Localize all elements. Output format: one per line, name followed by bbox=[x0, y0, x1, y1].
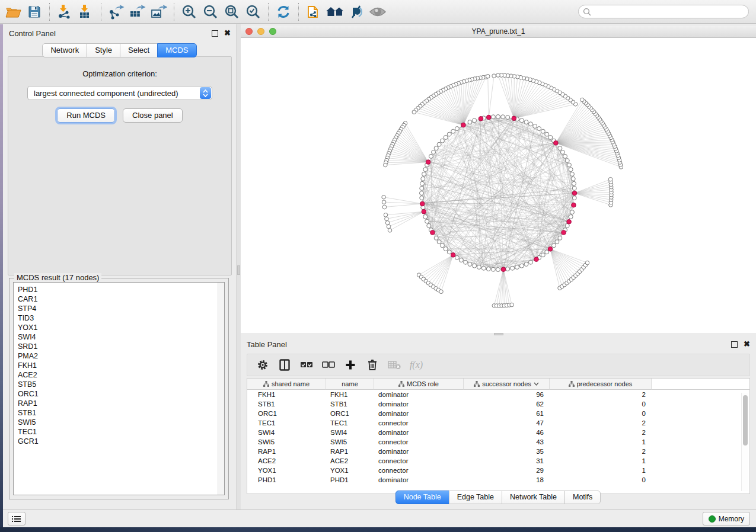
table-mode-button[interactable] bbox=[8, 512, 25, 525]
network-node[interactable] bbox=[548, 135, 553, 139]
criterion-select[interactable]: largest connected component (undirected) bbox=[27, 86, 212, 100]
tab-style[interactable]: Style bbox=[87, 43, 120, 57]
run-mcds-button[interactable]: Run MCDS bbox=[57, 108, 115, 123]
network-node[interactable] bbox=[468, 262, 472, 266]
leaf-node[interactable] bbox=[608, 177, 613, 181]
network-node[interactable] bbox=[541, 253, 545, 257]
home-button[interactable] bbox=[326, 2, 344, 21]
list-item[interactable]: TID3 bbox=[18, 313, 224, 323]
network-node[interactable] bbox=[486, 267, 490, 271]
search-field[interactable] bbox=[578, 5, 749, 18]
network-node[interactable] bbox=[496, 268, 500, 272]
mcds-dominator-node[interactable] bbox=[512, 116, 516, 121]
network-node[interactable] bbox=[440, 139, 444, 143]
table-row[interactable]: ORC1ORC1dominator610 bbox=[247, 409, 749, 418]
network-node[interactable] bbox=[571, 177, 575, 181]
result-list-scrollbar[interactable] bbox=[218, 283, 224, 495]
leaf-node[interactable] bbox=[387, 225, 391, 229]
network-node[interactable] bbox=[570, 210, 574, 214]
tab-edge-table[interactable]: Edge Table bbox=[449, 491, 502, 504]
list-item[interactable]: FKH1 bbox=[18, 361, 224, 370]
network-node[interactable] bbox=[491, 267, 495, 271]
leaf-node[interactable] bbox=[492, 74, 496, 78]
network-node[interactable] bbox=[464, 260, 468, 264]
network-node[interactable] bbox=[447, 250, 451, 254]
table-row[interactable]: FKH1FKH1dominator962 bbox=[247, 390, 749, 399]
list-item[interactable]: ACE2 bbox=[18, 370, 224, 380]
table-settings-button[interactable] bbox=[254, 357, 271, 373]
window-close-button[interactable] bbox=[245, 28, 253, 35]
list-item[interactable]: PMA2 bbox=[18, 351, 224, 361]
float-panel-icon[interactable] bbox=[212, 30, 218, 37]
list-item[interactable]: TEC1 bbox=[18, 427, 224, 437]
network-node[interactable] bbox=[519, 264, 524, 268]
column-successor-nodes[interactable]: successor nodes bbox=[464, 379, 550, 390]
network-node[interactable] bbox=[459, 258, 463, 262]
mcds-result-list[interactable]: PHD1CAR1STP4TID3YOX1SWI4SRD1PMA2FKH1ACE2… bbox=[13, 282, 225, 495]
table-row[interactable]: STB1STB1dominator620 bbox=[247, 399, 749, 409]
mcds-dominator-node[interactable] bbox=[430, 230, 435, 235]
mcds-dominator-node[interactable] bbox=[567, 220, 572, 225]
table-row[interactable]: RAP1RAP1dominator352 bbox=[247, 447, 749, 456]
list-item[interactable]: ORC1 bbox=[18, 389, 224, 399]
network-node[interactable] bbox=[434, 236, 438, 240]
window-minimize-button[interactable] bbox=[257, 28, 264, 35]
splitter-grip[interactable] bbox=[237, 265, 240, 275]
scrollbar-thumb[interactable] bbox=[743, 395, 748, 446]
tab-network[interactable]: Network bbox=[42, 43, 87, 57]
network-node[interactable] bbox=[423, 214, 428, 219]
list-item[interactable]: STB1 bbox=[18, 408, 224, 418]
leaf-node[interactable] bbox=[510, 303, 514, 307]
column-name[interactable]: name bbox=[326, 379, 374, 390]
network-node[interactable] bbox=[420, 186, 424, 190]
network-node[interactable] bbox=[455, 255, 459, 259]
mcds-dominator-node[interactable] bbox=[501, 267, 506, 272]
window-zoom-button[interactable] bbox=[269, 28, 276, 35]
network-node[interactable] bbox=[511, 266, 515, 270]
leaf-node[interactable] bbox=[412, 110, 416, 114]
network-node[interactable] bbox=[563, 154, 567, 158]
tab-node-table[interactable]: Node Table bbox=[395, 491, 449, 504]
network-node[interactable] bbox=[560, 150, 564, 154]
network-node[interactable] bbox=[440, 243, 444, 248]
network-node[interactable] bbox=[496, 115, 500, 119]
network-node[interactable] bbox=[473, 264, 477, 268]
list-item[interactable]: YOX1 bbox=[18, 323, 224, 332]
leaf-node[interactable] bbox=[382, 205, 387, 209]
add-row-button[interactable] bbox=[342, 357, 359, 373]
export-network-button[interactable] bbox=[107, 2, 126, 21]
tab-select[interactable]: Select bbox=[120, 43, 158, 57]
leaf-node[interactable] bbox=[486, 74, 490, 78]
network-node[interactable] bbox=[444, 247, 448, 251]
network-node[interactable] bbox=[451, 129, 455, 133]
column-shared-name[interactable]: shared name bbox=[247, 379, 326, 390]
export-image-button[interactable] bbox=[149, 2, 168, 21]
table-row[interactable]: PHD1PHD1dominator180 bbox=[247, 475, 749, 485]
mcds-dominator-node[interactable] bbox=[426, 160, 430, 165]
mcds-dominator-node[interactable] bbox=[422, 209, 426, 214]
network-node[interactable] bbox=[570, 172, 574, 176]
column-layout-button[interactable] bbox=[276, 357, 293, 373]
network-node[interactable] bbox=[455, 127, 459, 131]
leaf-node[interactable] bbox=[382, 200, 386, 204]
import-network-button[interactable] bbox=[55, 2, 74, 21]
list-item[interactable]: RAP1 bbox=[18, 399, 224, 408]
network-node[interactable] bbox=[473, 118, 477, 123]
mcds-dominator-node[interactable] bbox=[562, 230, 566, 235]
list-item[interactable]: SWI4 bbox=[18, 332, 224, 342]
mcds-dominator-node[interactable] bbox=[420, 201, 425, 206]
list-item[interactable]: CAR1 bbox=[18, 294, 224, 304]
float-panel-icon[interactable] bbox=[731, 341, 738, 348]
network-node[interactable] bbox=[558, 236, 562, 240]
network-node[interactable] bbox=[552, 243, 556, 248]
network-node[interactable] bbox=[506, 116, 510, 120]
network-canvas[interactable] bbox=[241, 38, 756, 333]
network-node[interactable] bbox=[420, 181, 425, 185]
leaf-node[interactable] bbox=[384, 213, 388, 217]
close-panel-button[interactable]: Close panel bbox=[123, 108, 183, 123]
table-scrollbar[interactable] bbox=[741, 393, 748, 491]
leaf-node[interactable] bbox=[385, 217, 389, 221]
delete-row-button[interactable] bbox=[364, 357, 381, 373]
leaf-node[interactable] bbox=[385, 221, 390, 225]
mcds-dominator-node[interactable] bbox=[548, 247, 553, 252]
